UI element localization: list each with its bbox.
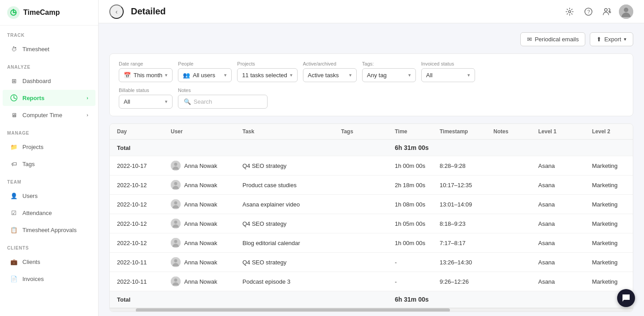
scrollbar-thumb [136, 308, 450, 312]
sidebar-item-label: Reports [22, 95, 44, 101]
cell-task: Blog editorial calendar [242, 240, 341, 246]
cell-timestamp: 10:17–12:35 [440, 182, 493, 189]
billable-status-select[interactable]: All ▾ [119, 95, 173, 109]
sidebar-item-label: Dashboard [22, 78, 51, 84]
sidebar-item-label: Tags [22, 161, 35, 167]
cell-user: Anna Nowak [171, 180, 242, 190]
sidebar-item-timesheet-approvals[interactable]: 📋 Timesheet Approvals [3, 222, 95, 238]
help-icon[interactable]: ? [581, 4, 596, 19]
active-archived-select[interactable]: Active tasks ▾ [303, 68, 357, 82]
sidebar-item-attendance[interactable]: ☑ Attendance [3, 205, 95, 221]
table-total-row-bottom: Total 6h 31m 00s [110, 291, 633, 308]
cell-time: - [395, 278, 440, 285]
chevron-down-icon: ▾ [408, 72, 411, 78]
filters-row-1: Date range 📅 This month ▾ People 👥 All u… [119, 61, 624, 82]
horizontal-scrollbar[interactable] [110, 308, 633, 312]
chevron-down-icon: ▾ [467, 72, 470, 78]
cell-task: Q4 SEO strategy [242, 162, 341, 169]
page-title: Detailed [131, 6, 166, 17]
chevron-down-icon: ▾ [165, 99, 168, 105]
projects-select[interactable]: 11 tasks selected ▾ [237, 68, 297, 82]
sidebar-item-reports[interactable]: Reports › [3, 90, 95, 106]
chat-bubble-button[interactable] [617, 289, 635, 307]
folder-icon: 📁 [10, 143, 18, 151]
sidebar-item-projects[interactable]: 📁 Projects [3, 139, 95, 155]
add-user-icon[interactable] [600, 4, 614, 19]
section-label-analyze: ANALYZE [0, 57, 98, 72]
filters-panel: Date range 📅 This month ▾ People 👥 All u… [109, 53, 633, 116]
date-range-select[interactable]: 📅 This month ▾ [119, 68, 173, 82]
sidebar-item-dashboard[interactable]: ⊞ Dashboard [3, 73, 95, 89]
sidebar-item-users[interactable]: 👤 Users [3, 188, 95, 204]
table-row: 2022-10-11 Anna Nowak Q4 SEO strategy - … [110, 253, 633, 272]
content-area: ✉ Periodical emails ⬆ Export ▾ Date rang… [99, 23, 644, 316]
cell-day: 2022-10-11 [117, 259, 171, 266]
table-total-row-top: Total 6h 31m 00s [110, 140, 633, 156]
svg-point-10 [174, 163, 177, 166]
cell-time: 1h 00m 00s [395, 162, 440, 169]
cell-level1: Asana [538, 162, 592, 169]
tags-select[interactable]: Any tag ▾ [362, 68, 416, 82]
cell-day: 2022-10-12 [117, 240, 171, 246]
cell-user: Anna Nowak [171, 219, 242, 228]
grid-icon: ⊞ [10, 77, 18, 85]
cell-time: 1h 05m 00s [395, 220, 440, 227]
active-archived-filter: Active/archived Active tasks ▾ [303, 61, 357, 82]
user-avatar-sm [171, 219, 181, 228]
user-avatar[interactable] [619, 4, 633, 19]
timecamp-logo-icon [7, 6, 20, 19]
users-icon: 👥 [183, 72, 190, 79]
total-label-top: Total [117, 145, 171, 151]
email-icon: ✉ [527, 36, 532, 43]
cell-time: 1h 00m 00s [395, 240, 440, 246]
sidebar-item-label: Computer Time [22, 112, 62, 118]
export-label: Export [604, 36, 621, 43]
cell-user: Anna Nowak [171, 199, 242, 209]
col-timestamp: Timestamp [440, 128, 493, 135]
sidebar-item-invoices[interactable]: 📄 Invoices [3, 271, 95, 287]
user-avatar-sm [171, 199, 181, 209]
data-table: Day User Task Tags Time Timestamp Notes … [109, 123, 633, 312]
billable-status-filter: Billable status All ▾ [119, 88, 173, 109]
chart-icon [10, 94, 18, 102]
cell-level2: Marketing [592, 182, 626, 189]
cell-time: - [395, 259, 440, 266]
sidebar-item-label: Attendance [22, 210, 52, 216]
sidebar-item-label: Users [22, 193, 38, 199]
settings-icon[interactable] [562, 4, 577, 19]
notes-search-input[interactable]: 🔍 Search [178, 95, 268, 109]
col-time: Time [395, 128, 440, 135]
people-select[interactable]: 👥 All users ▾ [178, 68, 232, 82]
col-day: Day [117, 128, 171, 135]
export-button[interactable]: ⬆ Export ▾ [590, 32, 633, 46]
user-avatar-sm [171, 238, 181, 248]
briefcase-icon: 💼 [10, 258, 18, 266]
sidebar-item-label: Timesheet [22, 46, 49, 53]
sidebar-item-tags[interactable]: 🏷 Tags [3, 156, 95, 172]
sidebar-item-clients[interactable]: 💼 Clients [3, 254, 95, 270]
billable-status-label: Billable status [119, 88, 173, 93]
sidebar-toggle-button[interactable]: ‹ [109, 4, 124, 19]
svg-point-6 [605, 9, 607, 11]
svg-point-16 [174, 221, 177, 224]
clock-icon: ⏱ [10, 45, 18, 53]
cell-day: 2022-10-17 [117, 162, 171, 169]
total-time-bottom: 6h 31m 00s [395, 296, 440, 303]
cell-timestamp: 13:26–14:30 [440, 259, 493, 266]
cell-level2: Marketing [592, 201, 626, 208]
table-row: 2022-10-12 Anna Nowak Asana explainer vi… [110, 195, 633, 214]
clipboard-icon: 📋 [10, 226, 18, 234]
periodical-emails-button[interactable]: ✉ Periodical emails [520, 32, 585, 46]
cell-level2: Marketing [592, 240, 626, 246]
sidebar-item-timesheet[interactable]: ⏱ Timesheet [3, 41, 95, 57]
cell-user: Anna Nowak [171, 238, 242, 248]
chevron-right-icon: › [86, 95, 88, 101]
date-range-value: This month [134, 72, 162, 79]
active-archived-value: Active tasks [308, 72, 339, 79]
projects-label: Projects [237, 61, 297, 66]
svg-point-20 [174, 259, 177, 263]
top-actions: ✉ Periodical emails ⬆ Export ▾ [109, 32, 633, 46]
cell-level2: Marketing [592, 278, 626, 285]
invoiced-status-select[interactable]: All ▾ [421, 68, 475, 82]
sidebar-item-computer-time[interactable]: 🖥 Computer Time › [3, 107, 95, 123]
